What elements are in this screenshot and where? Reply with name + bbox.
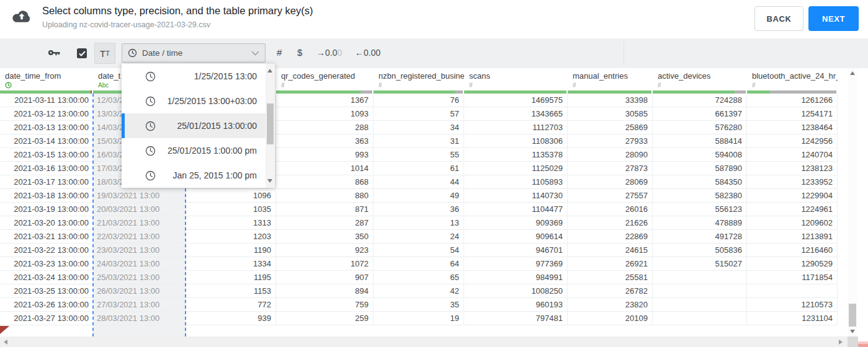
table-cell[interactable]: 55: [374, 148, 464, 162]
table-cell[interactable]: 1213891: [747, 230, 838, 244]
table-cell[interactable]: 65: [374, 271, 464, 284]
table-cell[interactable]: 20109: [568, 312, 653, 325]
table-cell[interactable]: 1104477: [464, 203, 568, 216]
table-cell[interactable]: 27873: [568, 162, 653, 175]
table-cell[interactable]: 871: [276, 203, 374, 216]
table-cell[interactable]: 44: [374, 175, 464, 189]
table-scroll-up-icon[interactable]: [850, 71, 855, 75]
table-cell[interactable]: 25581: [568, 271, 653, 284]
column-header-qr_codes_generated[interactable]: qr_codes_generated#: [276, 68, 374, 90]
table-cell[interactable]: 1254171: [747, 107, 838, 121]
table-cell[interactable]: 946701: [464, 244, 568, 257]
table-cell[interactable]: [653, 271, 747, 284]
table-cell[interactable]: 287: [276, 216, 374, 230]
table-cell[interactable]: 1469575: [464, 94, 568, 107]
table-cell[interactable]: 1334: [186, 257, 276, 271]
table-cell[interactable]: 1112703: [464, 121, 568, 134]
table-cell[interactable]: [653, 312, 747, 325]
table-cell[interactable]: 907: [276, 271, 374, 284]
table-cell[interactable]: 993: [276, 148, 374, 162]
table-cell[interactable]: 24615: [568, 244, 653, 257]
table-cell[interactable]: 259: [276, 312, 374, 325]
table-cell[interactable]: 977369: [464, 257, 568, 271]
table-cell[interactable]: 23/03/2021 13:00: [93, 244, 186, 257]
table-cell[interactable]: 1195: [186, 271, 276, 284]
table-cell[interactable]: 23820: [568, 298, 653, 312]
table-cell[interactable]: 939: [186, 312, 276, 325]
table-cell[interactable]: 1238123: [747, 162, 838, 175]
table-cell[interactable]: 2021-03-21 13:00:00: [0, 230, 93, 244]
table-cell[interactable]: 491728: [653, 230, 747, 244]
table-cell[interactable]: 1229904: [747, 189, 838, 203]
table-cell[interactable]: 880: [276, 189, 374, 203]
table-cell[interactable]: 797481: [464, 312, 568, 325]
table-cell[interactable]: [747, 284, 838, 298]
table-cell[interactable]: 1238464: [747, 121, 838, 134]
table-cell[interactable]: 923: [276, 244, 374, 257]
table-cell[interactable]: 1135378: [464, 148, 568, 162]
table-cell[interactable]: 26921: [568, 257, 653, 271]
dropdown-option-selected[interactable]: 25/01/2015 13:00:00: [122, 113, 266, 138]
table-cell[interactable]: 35: [374, 298, 464, 312]
table-cell[interactable]: 724288: [653, 94, 747, 107]
table-cell[interactable]: 34: [374, 121, 464, 134]
dropdown-option[interactable]: 1/25/2015 13:00: [122, 64, 266, 89]
table-cell[interactable]: 515027: [653, 257, 747, 271]
table-cell[interactable]: 22869: [568, 230, 653, 244]
table-cell[interactable]: 42: [374, 284, 464, 298]
column-type-select[interactable]: Date / time: [122, 43, 266, 63]
table-cell[interactable]: 25/03/2021 13:00: [93, 271, 186, 284]
table-cell[interactable]: 1105893: [464, 175, 568, 189]
number-type-tool[interactable]: #: [277, 47, 282, 58]
table-cell[interactable]: 26016: [568, 203, 653, 216]
table-cell[interactable]: 26/03/2021 13:00: [93, 284, 186, 298]
table-cell[interactable]: 1210573: [747, 298, 838, 312]
table-cell[interactable]: 24: [374, 230, 464, 244]
table-scroll-right-icon[interactable]: [839, 340, 843, 345]
table-cell[interactable]: 587890: [653, 162, 747, 175]
table-cell[interactable]: 2021-03-19 13:00:00: [0, 203, 93, 216]
table-cell[interactable]: 2021-03-25 13:00:00: [0, 284, 93, 298]
dropdown-scroll-down-icon[interactable]: [267, 179, 272, 183]
table-cell[interactable]: 2021-03-27 13:00:00: [0, 312, 93, 325]
table-cell[interactable]: 22/03/2021 13:00: [93, 230, 186, 244]
table-horizontal-scrollbar[interactable]: [0, 336, 848, 347]
table-cell[interactable]: 13: [374, 216, 464, 230]
column-header-scans[interactable]: scans#: [464, 68, 568, 90]
table-cell[interactable]: 759: [276, 298, 374, 312]
dropdown-option[interactable]: Jan 25, 2015 1:00 pm: [122, 163, 266, 188]
table-cell[interactable]: 2021-03-12 13:00:00: [0, 107, 93, 121]
decrease-decimals-tool[interactable]: →0.00: [316, 48, 342, 58]
table-cell[interactable]: 27933: [568, 134, 653, 148]
table-cell[interactable]: 894: [276, 284, 374, 298]
table-cell[interactable]: 57: [374, 107, 464, 121]
dropdown-scroll-up-icon[interactable]: [267, 69, 272, 72]
table-cell[interactable]: 1125029: [464, 162, 568, 175]
table-cell[interactable]: 1072: [276, 257, 374, 271]
table-cell[interactable]: 21626: [568, 216, 653, 230]
table-cell[interactable]: 1224961: [747, 203, 838, 216]
column-header-nzbn_registered_busine[interactable]: nzbn_registered_busine#: [374, 68, 464, 90]
table-cell[interactable]: 30585: [568, 107, 653, 121]
text-type-button[interactable]: TT: [94, 43, 115, 64]
table-cell[interactable]: 594008: [653, 148, 747, 162]
table-cell[interactable]: 1096: [186, 189, 276, 203]
table-cell[interactable]: 1093: [276, 107, 374, 121]
table-cell[interactable]: 19: [374, 312, 464, 325]
table-vscrollbar-thumb[interactable]: [849, 304, 856, 327]
table-cell[interactable]: 2021-03-22 13:00:00: [0, 244, 93, 257]
table-cell[interactable]: 1240704: [747, 148, 838, 162]
table-vertical-scrollbar[interactable]: [848, 68, 857, 336]
table-cell[interactable]: 1190: [186, 244, 276, 257]
column-header-date_time_from[interactable]: date_time_from: [0, 68, 93, 90]
table-cell[interactable]: 2021-03-26 13:00:00: [0, 298, 93, 312]
table-cell[interactable]: 1313: [186, 216, 276, 230]
table-cell[interactable]: 661397: [653, 107, 747, 121]
table-cell[interactable]: 76: [374, 94, 464, 107]
table-cell[interactable]: 909614: [464, 230, 568, 244]
table-cell[interactable]: 1261266: [747, 94, 838, 107]
table-cell[interactable]: 2021-03-20 13:00:00: [0, 216, 93, 230]
table-cell[interactable]: 26782: [568, 284, 653, 298]
table-cell[interactable]: 1216460: [747, 244, 838, 257]
table-cell[interactable]: 1343665: [464, 107, 568, 121]
